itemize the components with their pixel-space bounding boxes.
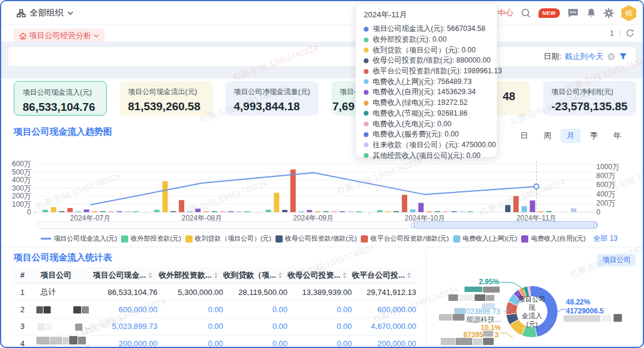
- table-cell[interactable]: 0.00: [157, 301, 223, 318]
- table-cell[interactable]: 200,000.00: [351, 335, 416, 348]
- column-header[interactable]: 收平台公司投...: [352, 267, 416, 283]
- series-dot: [364, 90, 369, 95]
- table-cell[interactable]: 5,023,899.73: [92, 318, 157, 335]
- search-icon[interactable]: [521, 8, 531, 18]
- zoom-handle-right[interactable]: [594, 222, 597, 228]
- table-cell[interactable]: 0.00: [222, 335, 287, 348]
- censored-block: [46, 324, 52, 330]
- donut-label-teal-pct: 2.95%: [479, 278, 499, 286]
- date-value[interactable]: 截止到今天: [565, 51, 603, 62]
- table-cell[interactable]: 200,000.00: [92, 335, 157, 348]
- tooltip-item: 电费收入(节能)(元): 92681.86: [364, 108, 489, 119]
- kpi-card[interactable]: 项目公司现金流入(元)86,533,104.76: [14, 81, 107, 116]
- censored-block: [453, 314, 465, 321]
- table-cell[interactable]: 600,000.00: [351, 301, 416, 318]
- series-dot: [364, 38, 369, 42]
- kpi-card[interactable]: 项目公司净利润(元)-23,578,135.85: [543, 81, 636, 116]
- table-cell[interactable]: 0.00: [222, 301, 287, 318]
- svg-text:400万: 400万: [596, 190, 615, 198]
- sort-icon[interactable]: [214, 272, 218, 278]
- legend-item[interactable]: 项目公司现金流入(元): [41, 234, 117, 243]
- period-月[interactable]: 月: [561, 129, 581, 143]
- svg-text:0: 0: [27, 208, 31, 216]
- table-cell[interactable]: 0.00: [157, 318, 223, 335]
- legend-item[interactable]: 收到贷款（项目公司）(元): [185, 234, 271, 243]
- table-cell[interactable]: 0.00: [222, 318, 287, 335]
- legend-item[interactable]: 收母公司投资款/借款(元): [275, 234, 357, 243]
- legend-item[interactable]: 收外部投资款(元): [121, 234, 181, 243]
- legend-item[interactable]: 电费收入(自用)(元): [521, 234, 586, 243]
- kpi-value: 4,993,844.18: [234, 100, 310, 113]
- table-cell[interactable]: 0.00: [286, 301, 352, 318]
- period-季[interactable]: 季: [584, 129, 604, 143]
- trend-chart[interactable]: 0100万200万300万400万500万600万0200万400万600万80…: [1, 151, 644, 222]
- bell-icon[interactable]: [586, 8, 596, 18]
- sort-icon[interactable]: [148, 272, 152, 278]
- table-row[interactable]: 1总计86,533,104.765,300,000.0028,119,500.0…: [14, 284, 417, 301]
- table-cell[interactable]: 600,000.00: [92, 301, 157, 318]
- legend-item[interactable]: 电费收入(上网)(元): [453, 234, 518, 243]
- zoom-window[interactable]: [413, 221, 598, 229]
- column-header[interactable]: 项目公司现金...: [93, 267, 157, 283]
- svg-text:100万: 100万: [12, 200, 31, 209]
- chart-tooltip: 2024年-11月 项目公司现金流入(元): 5667034.58收外部投资款(…: [355, 4, 497, 157]
- avatar[interactable]: 锐: [621, 5, 636, 21]
- tooltip-item: 项目公司现金流入(元): 5667034.58: [364, 24, 489, 35]
- column-header[interactable]: 收到贷款（项...: [223, 267, 287, 283]
- censored-block: [614, 314, 622, 322]
- legend-more-link[interactable]: 全部 13: [593, 234, 618, 244]
- tooltip-item: 电费收入(上网)(元): 756489.73: [364, 76, 489, 87]
- message-icon[interactable]: [567, 8, 579, 18]
- kpi-card[interactable]: 项目公司现金流出(元)81,539,260.58: [120, 81, 213, 116]
- table-row[interactable]: 3..5,023,899.730.000.000.004,670,000.00: [14, 318, 417, 335]
- table-cell: 5,300,000.00: [157, 284, 223, 300]
- refresh-icon[interactable]: [626, 29, 634, 38]
- series-dot: [364, 101, 369, 105]
- chart-zoom-slider[interactable]: [36, 221, 597, 229]
- censored-block: [439, 314, 452, 321]
- column-header[interactable]: 收外部投资款...: [159, 267, 223, 283]
- table-header: #项目公司项目公司现金...收外部投资款...收到贷款（项...收母公司投资..…: [14, 267, 417, 284]
- censored-block: [50, 337, 62, 344]
- series-dot: [364, 79, 369, 84]
- period-年[interactable]: 年: [607, 129, 627, 143]
- series-dot: [364, 111, 369, 116]
- sort-icon[interactable]: [278, 272, 282, 278]
- column-header[interactable]: 收母公司投资...: [287, 267, 352, 283]
- table-cell[interactable]: 4,670,000.00: [351, 318, 416, 335]
- kpi-value: -23,578,135.85: [552, 100, 628, 113]
- tooltip-title: 2024年-11月: [364, 10, 489, 20]
- gear-icon[interactable]: [603, 8, 614, 18]
- kpi-title: 项目公司净现金流量(元): [234, 87, 310, 97]
- censored-block: [456, 338, 472, 345]
- tooltip-item: 收到贷款（项目公司）(元): 0.00: [364, 45, 489, 55]
- censored-block: [473, 338, 482, 345]
- censored-block: [75, 324, 82, 331]
- filter-funnel-icon[interactable]: [619, 52, 627, 61]
- legend-item[interactable]: 收平台公司投资款/借款(元): [361, 234, 448, 243]
- sort-icon[interactable]: [407, 272, 411, 278]
- censored-block: [44, 306, 51, 313]
- kpi-value: 48: [503, 90, 522, 103]
- kpi-card[interactable]: 项目公司净现金流量(元)4,993,844.18: [225, 81, 318, 116]
- divider: [1, 247, 643, 247]
- org-selector[interactable]: 全部组织: [17, 8, 73, 18]
- org-label: 全部组织: [30, 8, 63, 18]
- table-cell[interactable]: 0.00: [286, 335, 352, 348]
- table-cell: 29,741,912.13: [351, 284, 416, 300]
- period-周[interactable]: 周: [537, 129, 558, 143]
- period-toggle: 日周月季年: [514, 129, 627, 143]
- kpi-title: 项目公司现金流出(元): [128, 87, 205, 97]
- table-cell[interactable]: 0.00: [286, 318, 352, 335]
- tab-project-analysis[interactable]: 项目公司经营分析: [14, 29, 104, 43]
- chevron-down-icon: [94, 34, 99, 38]
- tab-row: 项目公司经营分析 1 |: [1, 26, 643, 42]
- sort-icon[interactable]: [343, 272, 346, 278]
- zoom-handle-left[interactable]: [411, 222, 414, 228]
- chart-legend: 项目公司现金流入(元)收外部投资款(元)收到贷款（项目公司）(元)收母公司投资款…: [41, 234, 618, 244]
- clear-icon[interactable]: [607, 52, 615, 61]
- table-cell[interactable]: 0.00: [157, 335, 223, 348]
- period-日[interactable]: 日: [514, 129, 534, 143]
- new-badge: NEW: [538, 8, 561, 18]
- table-cell: 86,533,104.76: [92, 284, 157, 300]
